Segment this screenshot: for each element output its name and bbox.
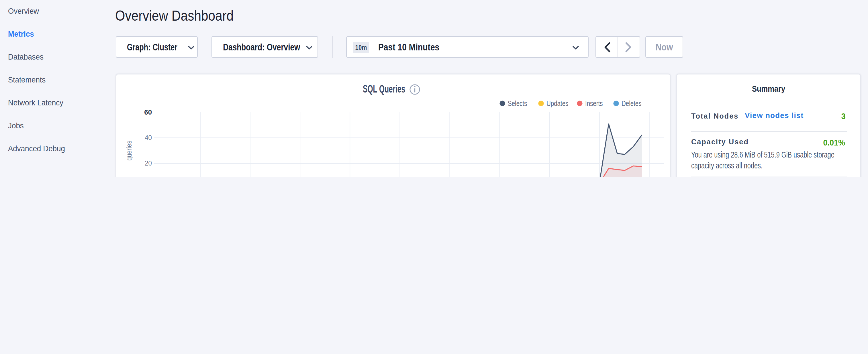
svg-text:queries: queries — [125, 141, 133, 161]
svg-text:20: 20 — [145, 159, 152, 167]
svg-text:Inserts: Inserts — [585, 99, 603, 107]
svg-text:Updates: Updates — [547, 99, 568, 107]
svg-text:40: 40 — [145, 134, 152, 141]
svg-text:Selects: Selects — [508, 99, 527, 107]
svg-text:SQL Queries: SQL Queries — [363, 83, 405, 95]
svg-text:Deletes: Deletes — [622, 99, 642, 107]
svg-text:60: 60 — [144, 108, 152, 116]
